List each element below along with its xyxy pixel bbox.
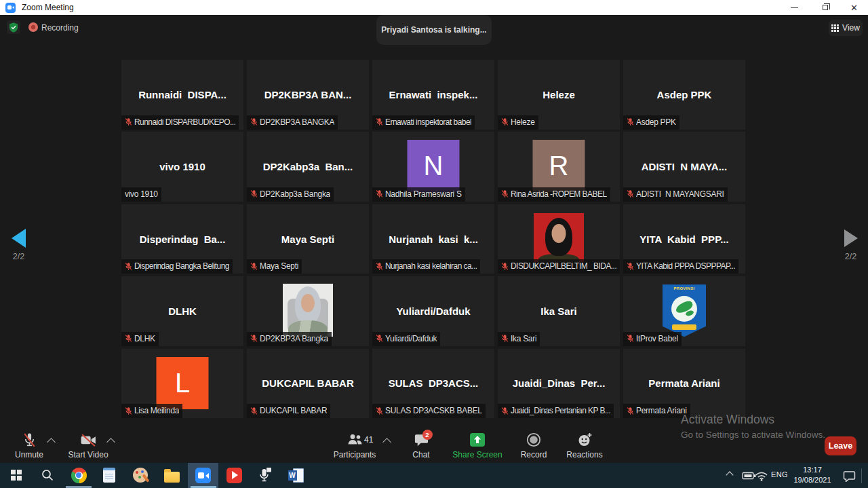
reactions-button[interactable]: Reactions: [561, 430, 608, 459]
participant-tile[interactable]: Juaidi_Dinas Per... Juaidi_Dinas Pertani…: [498, 349, 620, 419]
province-logo: PROVINSI: [663, 284, 706, 337]
participant-name-label: Heleze: [498, 115, 538, 130]
tray-show-hidden-icons[interactable]: [726, 471, 733, 478]
participant-tile[interactable]: SULAS DP3ACS... SULAS DP3ACSKB BABEL: [372, 349, 494, 419]
participant-tile[interactable]: N Nadhila Prameswari S: [372, 132, 494, 202]
page-indicator-right: 2/2: [842, 252, 860, 261]
participant-tile[interactable]: PROVINSI ItProv Babel: [623, 276, 745, 346]
participant-tile[interactable]: ADISTI N MAYA... ADISTI N MAYANGSARI: [623, 132, 745, 202]
start-video-button[interactable]: Start Video: [64, 430, 112, 459]
participant-name-label: vivo 1910: [121, 187, 161, 202]
participant-tile[interactable]: Maya Septi Maya Septi: [247, 204, 369, 274]
taskbar-start-icon[interactable]: [8, 467, 24, 483]
participant-name-label: Disperindag Bangka Belitung: [121, 259, 233, 274]
taskbar-notepad-icon[interactable]: [101, 467, 117, 483]
mic-muted-icon: [627, 334, 634, 343]
participant-name-label: SULAS DP3ACSKB BABEL: [372, 404, 486, 418]
clock-date: 19/08/2021: [793, 476, 831, 484]
leave-button[interactable]: Leave: [825, 436, 856, 455]
participants-count: 41: [364, 435, 373, 445]
participant-tile[interactable]: Heleze Heleze: [498, 60, 620, 130]
participant-name-label: Juaidi_Dinas Pertanian KP B...: [498, 404, 614, 418]
share-screen-icon: [469, 430, 486, 449]
participant-tile[interactable]: L Lisa Meilinda: [121, 349, 243, 419]
letter-avatar: R: [533, 140, 585, 192]
participant-display-name: Heleze: [542, 89, 575, 100]
mic-muted-icon: [250, 334, 258, 343]
participant-tile[interactable]: Permata Ariani Permata Ariani: [623, 349, 745, 419]
participant-name-label: DLHK: [121, 332, 159, 346]
participant-name-label: DP2KBP3A Bangka: [247, 332, 332, 346]
taskbar-file-explorer-icon[interactable]: [163, 467, 180, 483]
security-shield-icon[interactable]: [7, 20, 20, 34]
taskbar-zoom-icon[interactable]: [195, 467, 211, 483]
mic-muted-icon: [627, 117, 634, 126]
chat-button[interactable]: 2 Chat: [404, 430, 438, 459]
clock-time: 13:17: [803, 466, 822, 474]
participant-name-label: Ernawati inspektorat babel: [372, 115, 475, 130]
page-indicator-left: 2/2: [9, 252, 28, 261]
share-screen-button[interactable]: Share Screen: [452, 430, 503, 459]
taskbar-chrome-icon[interactable]: [71, 467, 87, 483]
participant-name-label: Yuliardi/Dafduk: [372, 332, 440, 346]
participant-display-name: DP2Kabp3a Ban...: [263, 161, 353, 172]
participant-tile[interactable]: Yuliardi/Dafduk Yuliardi/Dafduk: [372, 276, 494, 346]
participant-tile[interactable]: DUKCAPIL BABAR DUKCAPIL BABAR: [247, 349, 369, 419]
participant-display-name: DUKCAPIL BABAR: [262, 377, 354, 389]
participant-name-label: Permata Ariani: [623, 404, 690, 418]
participant-tile[interactable]: R Rina Asrida -ROPEM BABEL: [498, 132, 620, 202]
participant-name-label: Lisa Meilinda: [121, 404, 182, 418]
clock[interactable]: 13:1719/08/2021: [791, 465, 834, 485]
participant-tile[interactable]: DISDUKCAPILBELTIM_ BIDA...: [498, 204, 620, 274]
participant-display-name: DP2KBP3A BAN...: [264, 89, 352, 100]
unmute-button[interactable]: Unmute: [9, 430, 50, 459]
mic-muted-icon: [376, 262, 383, 271]
close-button[interactable]: ✕: [840, 0, 868, 15]
view-button[interactable]: View: [829, 20, 863, 36]
participant-tile[interactable]: Runnaidi DISPA... Runnaidi DISPARBUDKEPO…: [121, 60, 243, 130]
taskbar-voice-recorder-icon[interactable]: [256, 467, 273, 483]
next-page-arrow[interactable]: [844, 229, 858, 247]
participants-options-caret[interactable]: [382, 438, 391, 447]
activate-windows-watermark: Activate Windows: [681, 413, 774, 427]
participant-tile[interactable]: Disperindag Ba... Disperindag Bangka Bel…: [121, 204, 243, 274]
taskbar-search-icon[interactable]: [39, 467, 56, 483]
participant-tile[interactable]: DP2KBP3A BAN... DP2KBP3A BANGKA: [247, 60, 369, 130]
language-indicator[interactable]: ENG: [771, 470, 788, 478]
previous-page-arrow[interactable]: [12, 229, 26, 248]
show-desktop-separator[interactable]: [861, 468, 862, 483]
mic-muted-icon: [250, 407, 258, 415]
participant-tile[interactable]: Ika Sari Ika Sari: [498, 276, 620, 346]
participant-display-name: SULAS DP3ACS...: [389, 377, 479, 389]
participant-tile[interactable]: Nurjanah kasi k... Nurjanah kasi kelahir…: [372, 204, 494, 274]
taskbar-word-icon[interactable]: W: [288, 467, 304, 483]
minimize-icon: [791, 7, 798, 8]
wifi-icon[interactable]: [753, 468, 770, 484]
participant-display-name: DLHK: [168, 305, 197, 317]
taskbar-paint-icon[interactable]: [132, 467, 149, 483]
participant-name-label: Runnaidi DISPARBUDKEPO...: [121, 115, 239, 130]
taskbar-media-player-icon[interactable]: [226, 467, 242, 483]
participant-tile[interactable]: Ernawati inspek... Ernawati inspektorat …: [372, 60, 494, 130]
mic-muted-icon: [627, 262, 634, 271]
participant-tile[interactable]: Asdep PPK Asdep PPK: [623, 60, 745, 130]
action-center-icon[interactable]: [841, 468, 857, 484]
mic-muted-icon: [125, 407, 132, 415]
restore-button[interactable]: [810, 0, 840, 15]
minimize-button[interactable]: [779, 0, 810, 15]
participant-tile[interactable]: DLHK DLHK: [121, 276, 243, 346]
participant-tile[interactable]: YITA Kabid PPP... YITA Kabid PPPA DSPPPA…: [623, 204, 745, 274]
mic-muted-icon: [627, 407, 634, 415]
participant-tile[interactable]: vivo 1910 vivo 1910: [121, 132, 243, 202]
participant-tile[interactable]: DP2Kabp3a Ban... DP2Kabp3a Bangka: [247, 132, 369, 202]
mic-muted-icon: [627, 189, 634, 198]
participant-tile[interactable]: DP2KBP3A Bangka: [247, 276, 369, 346]
mic-muted-icon: [125, 262, 132, 271]
record-button[interactable]: Record: [513, 430, 554, 459]
reactions-icon: [576, 430, 593, 449]
participant-display-name: Maya Septi: [281, 233, 334, 245]
participants-button[interactable]: 41 Participants: [326, 430, 383, 459]
participant-display-name: Disperindag Ba...: [140, 233, 226, 245]
participant-name-label: DISDUKCAPILBELTIM_ BIDA...: [498, 259, 620, 274]
mic-muted-icon: [376, 407, 383, 415]
